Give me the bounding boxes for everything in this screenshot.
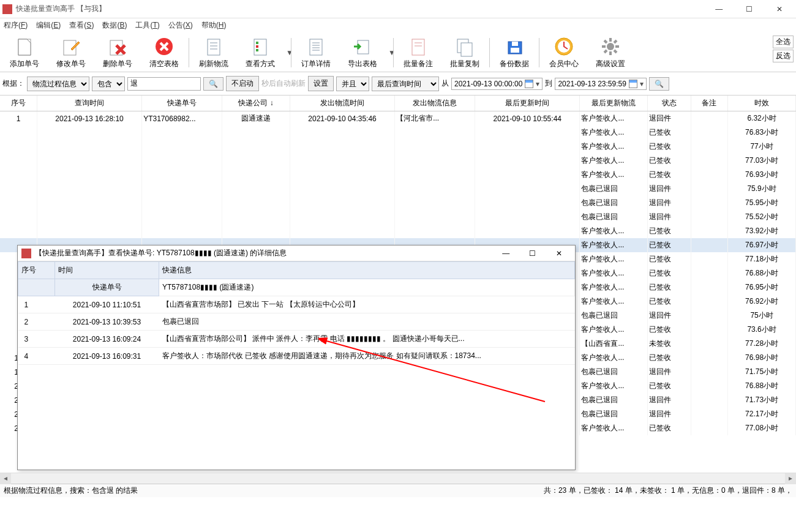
select-all-button[interactable]: 全选	[773, 36, 794, 48]
detail-num-value: YT5787108▮▮▮▮ (圆通速递)	[159, 279, 575, 296]
from-label: 从	[441, 78, 449, 89]
filter-bar: 根据： 物流过程信息 包含 🔍 不启动 秒后自动刷新 设置 并且 最后查询时间 …	[0, 72, 796, 96]
svg-point-28	[607, 43, 614, 50]
detail-col-info: 快递信息	[159, 262, 575, 279]
calendar-icon	[629, 80, 637, 88]
menu-公告[interactable]: 公告(X)	[168, 20, 193, 31]
backup-data-icon	[503, 36, 525, 58]
svg-rect-24	[512, 42, 518, 46]
svg-line-33	[604, 40, 607, 43]
last-query-select[interactable]: 最后查询时间	[372, 77, 439, 91]
add-number-icon	[13, 36, 36, 58]
add-number-button[interactable]: 添加单号	[1, 34, 48, 70]
order-detail-icon	[305, 36, 327, 58]
table-row[interactable]: 包裹已退回退回件75.52小时	[0, 210, 796, 224]
scroll-left-icon[interactable]: ◂	[0, 473, 11, 484]
app-icon	[21, 249, 31, 258]
filter-op-select[interactable]: 包含	[92, 77, 125, 91]
to-date-picker[interactable]: 2021-09-13 23:59:59▾	[555, 78, 646, 90]
delete-number-icon	[107, 36, 129, 58]
col-header[interactable]: 备注	[691, 96, 727, 111]
table-row[interactable]: 客户签收人...已签收76.83小时	[0, 126, 796, 140]
export-table-dropdown[interactable]: ▼	[386, 48, 392, 57]
detail-num-label: 快递单号	[55, 279, 159, 296]
titlebar: 快递批量查询高手 【与我】 ― ☐ ✕	[0, 0, 796, 18]
menubar: 程序(F)编辑(E)查看(S)数据(B)工具(T)公告(X)帮助(H)	[0, 18, 796, 32]
export-table-button[interactable]: 导出表格	[339, 34, 386, 70]
window-title: 快递批量查询高手 【与我】	[16, 4, 705, 14]
auto-refresh-label: 秒后自动刷新	[261, 78, 306, 89]
backup-data-button[interactable]: 备份数据	[491, 34, 538, 70]
advanced-settings-button[interactable]: 高级设置	[587, 34, 634, 70]
col-header[interactable]: 状态	[648, 96, 691, 111]
date-search-button[interactable]: 🔍	[649, 77, 669, 91]
no-start-button[interactable]: 不启动	[226, 76, 259, 91]
detail-row[interactable]: 42021-09-13 16:09:31客户签收人：市场部代收 已签收 感谢使用…	[18, 348, 575, 365]
table-row[interactable]: 客户签收人...已签收76.93小时	[0, 168, 796, 182]
refresh-logistics-button[interactable]: 刷新物流	[190, 34, 237, 70]
status-bar: 根据物流过程信息，搜索：包含退 的结果 共：23 单，已签收： 14 单，未签收…	[0, 484, 796, 497]
svg-rect-18	[412, 39, 424, 55]
detail-close-button[interactable]: ✕	[547, 249, 571, 258]
close-button[interactable]: ✕	[765, 0, 794, 18]
batch-copy-icon	[454, 36, 476, 58]
col-header[interactable]: 查询时间	[37, 96, 141, 111]
filter-value-input[interactable]	[127, 77, 201, 91]
detail-row[interactable]: 32021-09-13 16:09:24【山西省直营市场部公司】 派件中 派件人…	[18, 331, 575, 348]
menu-数据[interactable]: 数据(B)	[102, 20, 127, 31]
menu-帮助[interactable]: 帮助(H)	[201, 20, 227, 31]
detail-maximize-button[interactable]: ☐	[520, 249, 545, 258]
status-left: 根据物流过程信息，搜索：包含退 的结果	[4, 485, 544, 496]
table-row[interactable]: 客户签收人...已签收73.92小时	[0, 224, 796, 238]
member-center-button[interactable]: 会员中心	[541, 34, 587, 70]
scroll-right-icon[interactable]: ▸	[785, 473, 796, 484]
table-row[interactable]: 包裹已退回退回件75.9小时	[0, 182, 796, 196]
table-row[interactable]: 客户签收人...已签收77.03小时	[0, 154, 796, 168]
settings-button[interactable]: 设置	[308, 76, 334, 91]
batch-remark-button[interactable]: 批量备注	[395, 34, 441, 70]
clear-table-button[interactable]: 清空表格	[141, 34, 187, 70]
svg-rect-10	[256, 45, 258, 48]
svg-rect-11	[256, 49, 258, 51]
view-mode-dropdown[interactable]: ▼	[283, 48, 290, 57]
col-header[interactable]: 最后更新时间	[475, 96, 580, 111]
maximize-button[interactable]: ☐	[735, 0, 764, 18]
to-label: 到	[545, 78, 552, 89]
toolbar: 添加单号修改单号删除单号清空表格刷新物流查看方式▼订单详情导出表格▼批量备注批量…	[0, 32, 796, 72]
col-header[interactable]: 最后更新物流	[580, 96, 648, 111]
col-header[interactable]: 序号	[0, 96, 37, 111]
root-label: 根据：	[2, 78, 24, 89]
table-row[interactable]: 客户签收人...已签收77小时	[0, 140, 796, 154]
minimize-button[interactable]: ―	[705, 0, 733, 18]
from-date-picker[interactable]: 2021-09-13 00:00:00▾	[451, 78, 543, 90]
detail-row[interactable]: 22021-09-13 10:39:53包裹已退回	[18, 313, 575, 331]
menu-查看[interactable]: 查看(S)	[69, 20, 94, 31]
table-row[interactable]: 包裹已退回退回件75.95小时	[0, 196, 796, 210]
col-header[interactable]: 快递公司 ↓	[222, 96, 290, 111]
col-header[interactable]: 发出物流时间	[290, 96, 394, 111]
delete-number-button[interactable]: 删除单号	[94, 34, 141, 70]
batch-copy-button[interactable]: 批量复制	[441, 34, 488, 70]
col-header[interactable]: 时效	[728, 96, 796, 111]
invert-select-button[interactable]: 反选	[773, 50, 794, 62]
menu-程序[interactable]: 程序(F)	[4, 20, 28, 31]
view-mode-button[interactable]: 查看方式	[237, 34, 283, 70]
detail-row[interactable]: 12021-09-10 11:10:51【山西省直营市场部】 已发出 下一站 【…	[18, 296, 575, 313]
menu-编辑[interactable]: 编辑(E)	[36, 20, 61, 31]
svg-rect-25	[511, 48, 519, 53]
horizontal-scrollbar[interactable]: ◂ ▸	[0, 473, 796, 484]
detail-minimize-button[interactable]: ―	[494, 249, 518, 258]
table-row[interactable]: 12021-09-13 16:28:10YT317068982...圆通速递20…	[0, 111, 796, 126]
filter-field-select[interactable]: 物流过程信息	[27, 77, 89, 91]
edit-number-button[interactable]: 修改单号	[48, 34, 94, 70]
col-header[interactable]: 快递单号	[142, 96, 222, 111]
and-select[interactable]: 并且	[336, 77, 369, 91]
col-header[interactable]: 发出物流信息	[395, 96, 475, 111]
detail-window: 【快递批量查询高手】查看快递单号: YT5787108▮▮▮▮ (圆通速递) 的…	[17, 245, 576, 470]
member-center-icon	[553, 36, 575, 58]
app-icon	[2, 4, 12, 14]
order-detail-button[interactable]: 订单详情	[293, 34, 339, 70]
menu-工具[interactable]: 工具(T)	[135, 20, 159, 31]
search-button[interactable]: 🔍	[203, 77, 223, 91]
edit-number-icon	[60, 36, 82, 58]
